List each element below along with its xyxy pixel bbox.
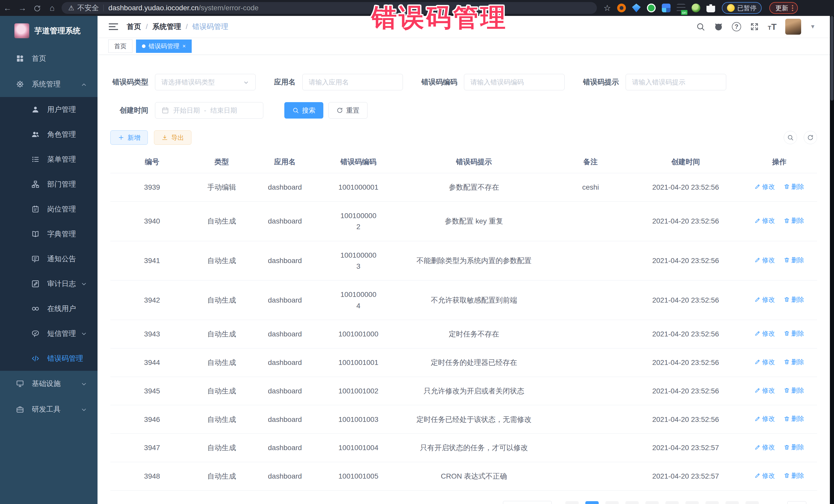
goto-page-input[interactable]: 1 (787, 501, 806, 504)
address-bar[interactable]: ⚠ 不安全 dashboard.yudao.iocoder.cn /system… (62, 2, 597, 14)
delete-link[interactable]: 删除 (784, 386, 804, 395)
page-size-select[interactable]: 10条/页 (503, 501, 552, 504)
delete-link[interactable]: 删除 (784, 294, 804, 305)
edit-link[interactable]: 修改 (754, 255, 775, 265)
browser-back-icon[interactable]: ← (0, 3, 15, 13)
edit-link[interactable]: 修改 (754, 386, 775, 395)
breadcrumb-item[interactable]: 首页 (127, 22, 148, 31)
error-type-select[interactable]: 请选择错误码类型 (155, 74, 256, 90)
delete-link[interactable]: 删除 (784, 442, 804, 452)
prev-page-button[interactable]: ‹ (565, 501, 579, 504)
delete-link[interactable]: 删除 (784, 328, 804, 338)
error-msg-input[interactable]: 请输入错误码提示 (626, 74, 726, 90)
add-button[interactable]: 新增 (110, 130, 148, 145)
page-button[interactable]: ... (705, 501, 719, 504)
sidebar-item-label: 菜单管理 (47, 154, 76, 164)
cell-msg: CRON 表达式不正确 (396, 462, 551, 490)
sidebar-item[interactable]: 系统管理 (0, 71, 97, 97)
sidebar-item[interactable]: 研发工具 (0, 396, 97, 422)
extension-icon-orange[interactable] (617, 4, 626, 12)
sidebar-item[interactable]: 错误码管理 (0, 346, 97, 371)
error-type-label: 错误码类型 (110, 77, 148, 87)
browser-menu-icon[interactable] (792, 5, 793, 11)
edit-link[interactable]: 修改 (754, 414, 775, 424)
scrollbar-thumb[interactable] (830, 16, 833, 101)
sidebar-item[interactable]: 岗位管理 (0, 197, 97, 221)
sidebar-item[interactable]: 字典管理 (0, 221, 97, 246)
export-button[interactable]: 导出 (154, 130, 192, 145)
delete-link[interactable]: 删除 (784, 357, 804, 367)
reset-button[interactable]: 重置 (328, 102, 368, 118)
view-tag[interactable]: 错误码管理 × (136, 40, 192, 53)
chevron-up-icon (81, 80, 87, 88)
sidebar-collapse-icon[interactable] (109, 23, 118, 30)
delete-link[interactable]: 删除 (784, 255, 804, 265)
browser-home-icon[interactable]: ⌂ (45, 3, 60, 13)
edit-link[interactable]: 修改 (754, 182, 775, 192)
extension-icon-green-v[interactable] (647, 4, 656, 12)
sidebar-item[interactable]: 短信管理 (0, 321, 97, 346)
delete-link[interactable]: 删除 (784, 216, 804, 225)
sidebar-item[interactable]: 基础设施 (0, 371, 97, 396)
user-avatar[interactable] (785, 19, 801, 35)
page-button[interactable]: 8 (725, 501, 739, 504)
browser-reload-icon[interactable] (30, 3, 45, 13)
bookmark-star-icon[interactable]: ☆ (603, 3, 611, 13)
page-button[interactable]: 1 (585, 501, 599, 504)
page-button[interactable]: 4 (645, 501, 659, 504)
edit-link[interactable]: 修改 (754, 216, 775, 225)
edit-link[interactable]: 修改 (754, 328, 775, 338)
sidebar-item[interactable]: 菜单管理 (0, 147, 97, 172)
breadcrumb-item[interactable]: 错误码管理 (193, 22, 228, 31)
table-header-cell: 应用名 (250, 152, 320, 173)
delete-link[interactable]: 删除 (784, 470, 804, 481)
close-icon[interactable]: × (182, 43, 186, 49)
table-row: 3945 自动生成 dashboard 1001001002 只允许修改为开启或… (110, 377, 817, 405)
sidebar-item[interactable]: 在线用户 (0, 296, 97, 321)
sidebar-item-icon (31, 155, 40, 163)
view-tag[interactable]: 首页 (108, 40, 132, 53)
extension-icon-grid[interactable] (662, 4, 671, 12)
extensions-puzzle-icon[interactable] (706, 4, 715, 12)
error-code-input[interactable]: 请输入错误码编码 (464, 74, 565, 90)
sidebar-item[interactable]: 部门管理 (0, 172, 97, 197)
page-button[interactable]: 2 (605, 501, 619, 504)
profile-paused-chip[interactable]: 已暂停 (722, 2, 762, 14)
next-page-button[interactable]: › (745, 501, 759, 504)
sidebar-item[interactable]: 角色管理 (0, 122, 97, 147)
fullscreen-icon[interactable] (750, 22, 759, 31)
page-scrollbar[interactable] (830, 16, 834, 504)
breadcrumb-item[interactable]: 系统管理 (152, 22, 188, 31)
sidebar-item[interactable]: 通知公告 (0, 246, 97, 271)
delete-link[interactable]: 删除 (784, 182, 804, 192)
page-button[interactable]: 3 (626, 501, 639, 504)
font-size-icon[interactable]: TT (768, 22, 776, 32)
extension-icon-tampermonkey[interactable] (677, 4, 685, 12)
cell-id: 3939 (110, 173, 194, 202)
page-button[interactable]: 6 (685, 501, 699, 504)
sidebar-item-icon (16, 405, 24, 413)
extension-icon-blue-drop[interactable] (632, 4, 641, 12)
delete-link[interactable]: 删除 (784, 414, 804, 424)
search-icon[interactable] (696, 22, 705, 31)
page-button[interactable]: 5 (665, 501, 679, 504)
app-name-input[interactable]: 请输入应用名 (302, 74, 403, 90)
sidebar-item[interactable]: 审计日志 (0, 271, 97, 296)
sidebar-item[interactable]: 用户管理 (0, 97, 97, 122)
table-header-cell: 编号 (110, 152, 194, 173)
search-button[interactable]: 搜索 (284, 102, 323, 118)
browser-update-button[interactable]: 更新 (769, 2, 798, 14)
toggle-search-button[interactable] (784, 131, 797, 144)
github-icon[interactable] (714, 22, 723, 31)
edit-link[interactable]: 修改 (754, 470, 775, 481)
date-range-picker[interactable]: 开始日期 - 结束日期 (155, 102, 263, 118)
help-icon[interactable]: ? (732, 22, 741, 31)
extension-icon-key[interactable] (692, 4, 700, 12)
avatar-caret-down-icon[interactable]: ▼ (810, 23, 815, 30)
refresh-table-button[interactable] (804, 131, 817, 144)
edit-link[interactable]: 修改 (754, 357, 775, 367)
sidebar-item[interactable]: 首页 (0, 46, 97, 71)
edit-link[interactable]: 修改 (754, 442, 775, 452)
edit-link[interactable]: 修改 (754, 294, 775, 305)
browser-forward-icon[interactable]: → (15, 3, 30, 13)
